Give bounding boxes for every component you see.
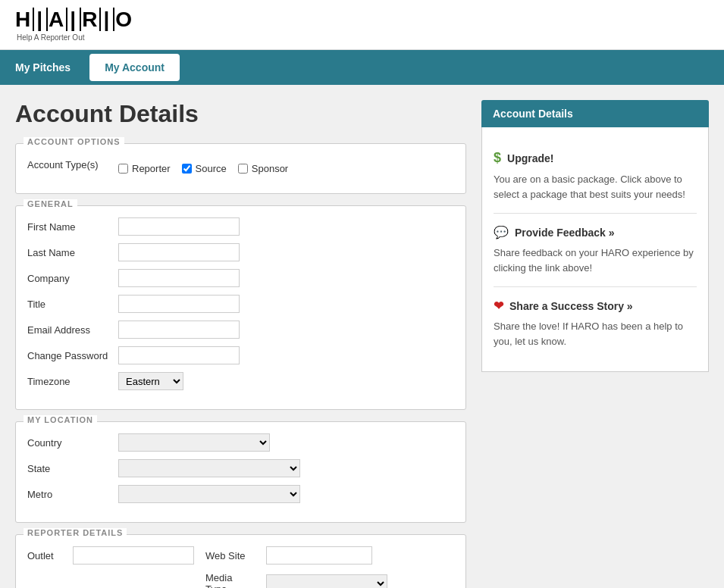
media-type-select[interactable] <box>266 574 387 588</box>
timezone-row: Timezone Eastern Central Mountain Pacifi… <box>27 372 454 390</box>
success-text: Share the love! If HARO has been a help … <box>494 319 697 349</box>
left-column: Account Details ACCOUNT OPTIONS Account … <box>15 100 466 588</box>
heart-icon: ❤ <box>494 299 503 313</box>
outlet-website-row: Outlet Web Site <box>27 546 454 565</box>
sponsor-checkbox-group: Sponsor <box>238 163 288 174</box>
title-row: Title <box>27 295 454 313</box>
password-input[interactable] <box>118 346 240 364</box>
speech-bubble-icon: 💬 <box>494 225 509 239</box>
company-input[interactable] <box>118 269 240 287</box>
country-select[interactable] <box>118 433 270 452</box>
success-label: Share a Success Story » <box>509 300 633 312</box>
title-label: Title <box>27 299 118 310</box>
state-select[interactable] <box>118 459 300 477</box>
nav-item-my-account[interactable]: My Account <box>89 54 180 81</box>
account-type-row: Account Type(s) Reporter Source Sponsor <box>27 155 454 174</box>
general-section-label: GENERAL <box>24 199 77 208</box>
sponsor-label: Sponsor <box>252 163 288 174</box>
dollar-icon: $ <box>494 150 501 166</box>
logo-subtitle: Help A Reporter Out <box>17 33 85 42</box>
metro-row: Metro <box>27 485 454 503</box>
main-content: Account Details ACCOUNT OPTIONS Account … <box>0 85 724 588</box>
upgrade-text: You are on a basic package. Click above … <box>494 172 697 202</box>
media-type-label: Media Type <box>205 572 255 588</box>
source-checkbox-group: Source <box>182 163 227 174</box>
upgrade-title[interactable]: $ Upgrade! <box>494 150 697 166</box>
last-name-input[interactable] <box>118 243 240 261</box>
country-label: Country <box>27 437 118 449</box>
sidebar-body: $ Upgrade! You are on a basic package. C… <box>481 127 709 372</box>
source-checkbox[interactable] <box>182 164 192 174</box>
source-label: Source <box>196 163 227 174</box>
password-label: Change Password <box>27 350 118 361</box>
reporter-details-label: REPORTER DETAILS <box>24 528 127 537</box>
sidebar-success-item: ❤ Share a Success Story » Share the love… <box>494 287 697 360</box>
header: H|A|R|O Help A Reporter Out <box>0 0 724 50</box>
email-row: Email Address <box>27 321 454 339</box>
first-name-label: First Name <box>27 221 118 233</box>
timezone-label: Timezone <box>27 376 118 387</box>
email-label: Email Address <box>27 324 118 336</box>
company-label: Company <box>27 273 118 284</box>
sidebar-upgrade-item: $ Upgrade! You are on a basic package. C… <box>494 139 697 214</box>
feedback-text: Share feedback on your HARO experience b… <box>494 246 697 275</box>
account-options-label: ACCOUNT OPTIONS <box>24 137 124 146</box>
first-name-row: First Name <box>27 217 454 236</box>
sidebar-header: Account Details <box>481 100 709 127</box>
reporter-checkbox-group: Reporter <box>118 163 171 174</box>
first-name-input[interactable] <box>118 217 240 236</box>
website-label: Web Site <box>205 550 255 561</box>
logo-text: H|A|R|O <box>15 8 133 32</box>
title-input[interactable] <box>118 295 240 313</box>
sponsor-checkbox[interactable] <box>238 164 248 174</box>
account-options-section: ACCOUNT OPTIONS Account Type(s) Reporter… <box>15 143 466 194</box>
email-input[interactable] <box>118 321 240 339</box>
general-section: GENERAL First Name Last Name Company Tit… <box>15 205 466 410</box>
reporter-label: Reporter <box>132 163 171 174</box>
my-location-label: MY LOCATION <box>24 415 97 424</box>
last-name-label: Last Name <box>27 247 118 258</box>
logo: H|A|R|O Help A Reporter Out <box>15 8 709 42</box>
feedback-title[interactable]: 💬 Provide Feedback » <box>494 225 697 239</box>
state-label: State <box>27 463 118 474</box>
right-column: Account Details $ Upgrade! You are on a … <box>481 100 709 588</box>
website-input[interactable] <box>266 546 372 565</box>
reporter-details-section: REPORTER DETAILS Outlet Web Site Media T… <box>15 534 466 588</box>
success-title[interactable]: ❤ Share a Success Story » <box>494 299 697 313</box>
country-row: Country <box>27 433 454 452</box>
my-location-section: MY LOCATION Country State Metro <box>15 421 466 523</box>
password-row: Change Password <box>27 346 454 364</box>
nav-item-my-pitches[interactable]: My Pitches <box>0 54 86 81</box>
company-row: Company <box>27 269 454 287</box>
feedback-label: Provide Feedback » <box>515 227 615 239</box>
upgrade-label: Upgrade! <box>507 152 553 164</box>
account-type-checkboxes: Reporter Source Sponsor <box>118 163 288 174</box>
metro-label: Metro <box>27 489 118 500</box>
sidebar-feedback-item: 💬 Provide Feedback » Share feedback on y… <box>494 214 697 287</box>
nav-bar: My Pitches My Account <box>0 50 724 85</box>
timezone-select[interactable]: Eastern Central Mountain Pacific <box>118 372 183 390</box>
page-title: Account Details <box>15 100 466 128</box>
state-row: State <box>27 459 454 477</box>
reporter-checkbox[interactable] <box>118 164 128 174</box>
metro-select[interactable] <box>118 485 300 503</box>
outlet-input[interactable] <box>73 546 194 565</box>
outlet-label: Outlet <box>27 550 61 561</box>
media-type-row: Media Type <box>27 572 454 588</box>
account-types-label: Account Type(s) <box>27 159 118 170</box>
last-name-row: Last Name <box>27 243 454 261</box>
